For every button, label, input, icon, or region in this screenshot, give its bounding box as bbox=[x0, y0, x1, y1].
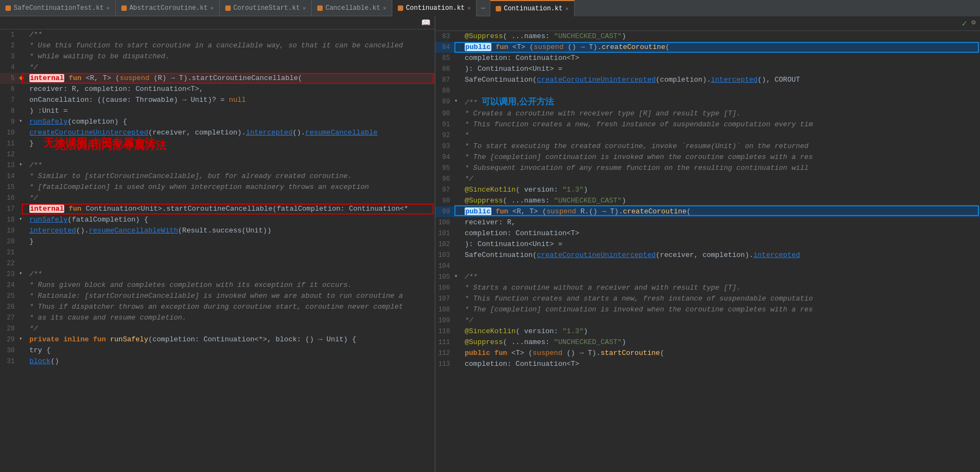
line-gutter bbox=[19, 225, 27, 236]
line-gutter: ▾ bbox=[19, 117, 27, 127]
line-number: 22 bbox=[0, 258, 19, 269]
line-gutter bbox=[454, 130, 463, 141]
line-gutter: ▾ bbox=[19, 160, 27, 171]
line-gutter bbox=[454, 217, 463, 228]
line-number: 13 bbox=[0, 160, 19, 171]
line-number: 29 bbox=[0, 334, 19, 345]
line-number: 3 bbox=[0, 51, 19, 62]
line-number: 18 bbox=[0, 214, 19, 225]
line-number: 85 bbox=[435, 53, 454, 64]
fold-icon[interactable]: ▾ bbox=[454, 98, 458, 104]
right-editor-pane: ✓ ⚙ 83 @Suppress( ...names: "UNCHECKED_C… bbox=[435, 16, 980, 472]
line-content: * while waiting to be dispatched. bbox=[27, 51, 435, 62]
line-row: 106 * Starts a coroutine without a recei… bbox=[435, 283, 980, 293]
close-icon[interactable]: ✕ bbox=[383, 5, 386, 11]
line-content: * as its cause and resume completion. bbox=[27, 312, 435, 323]
line-gutter bbox=[19, 247, 27, 258]
fold-icon[interactable]: ▾ bbox=[19, 162, 22, 168]
line-row: 97 @SinceKotlin( version: "1.3") bbox=[435, 185, 980, 195]
keyword-public: public bbox=[465, 43, 491, 51]
right-code-area[interactable]: 83 @Suppress( ...names: "UNCHECKED_CAST"… bbox=[435, 31, 980, 472]
line-row: 96 */ bbox=[435, 174, 980, 185]
tab-bar: SafeContinuationTest.kt ✕ AbstractCorout… bbox=[0, 0, 980, 16]
line-gutter bbox=[454, 75, 463, 85]
kt-icon bbox=[317, 5, 323, 11]
fold-icon[interactable]: ▾ bbox=[19, 336, 22, 342]
fold-icon[interactable]: ▾ bbox=[19, 271, 22, 277]
line-row: 2 * Use this function to start coroutine… bbox=[0, 40, 435, 51]
tab-coroutinestart[interactable]: CoroutineStart.kt ✕ bbox=[220, 0, 312, 16]
line-row: 104 bbox=[435, 261, 980, 272]
tab-overflow-menu[interactable]: ⋯ bbox=[477, 4, 490, 13]
line-row: 92 * bbox=[435, 130, 980, 141]
line-content bbox=[463, 261, 980, 272]
line-content: completion: Continuation<T> bbox=[463, 359, 980, 370]
close-icon[interactable]: ✕ bbox=[303, 5, 306, 11]
line-row: 85 completion: Continuation<T> bbox=[435, 53, 980, 64]
line-number: 112 bbox=[435, 348, 454, 359]
line-content: * [fatalCompletion] is used only when in… bbox=[27, 182, 435, 193]
close-icon[interactable]: ✕ bbox=[467, 5, 471, 11]
line-number: 2 bbox=[0, 40, 19, 51]
tab-continuation-right[interactable]: Continuation.kt ✕ bbox=[490, 0, 575, 16]
kt-icon bbox=[496, 6, 501, 11]
book-icon[interactable]: 📖 bbox=[421, 18, 430, 27]
line-content: /** bbox=[27, 29, 435, 40]
fold-icon[interactable]: ▾ bbox=[19, 216, 22, 222]
line-number: 5 bbox=[0, 73, 19, 84]
close-icon[interactable]: ✕ bbox=[565, 5, 569, 12]
line-gutter bbox=[454, 64, 463, 75]
tab-cancellable[interactable]: Cancellable.kt ✕ bbox=[312, 0, 392, 16]
close-icon[interactable]: ✕ bbox=[211, 5, 214, 11]
line-gutter bbox=[19, 291, 27, 302]
line-number: 88 bbox=[435, 85, 454, 96]
line-gutter bbox=[19, 312, 27, 323]
line-gutter bbox=[19, 204, 27, 214]
line-row: 1 /** bbox=[0, 29, 435, 40]
line-row: 107 * This function creates and starts a… bbox=[435, 293, 980, 304]
line-number: 86 bbox=[435, 64, 454, 75]
tab-label: Cancellable.kt bbox=[325, 4, 380, 12]
fold-icon[interactable]: ▾ bbox=[454, 273, 458, 279]
line-number: 14 bbox=[0, 171, 19, 182]
line-content: * bbox=[463, 130, 980, 141]
tab-abstractcoroutine[interactable]: AbstractCoroutine.kt ✕ bbox=[116, 0, 220, 16]
kt-icon bbox=[5, 5, 11, 11]
line-content: completion: Continuation<T> bbox=[463, 228, 980, 239]
line-content: @Suppress( ...names: "UNCHECKED_CAST") bbox=[463, 337, 980, 348]
line-number: 98 bbox=[435, 195, 454, 206]
line-gutter bbox=[454, 315, 463, 326]
line-content: onCancellation: ((cause: Throwable) → Un… bbox=[27, 95, 435, 106]
line-row: 83 @Suppress( ...names: "UNCHECKED_CAST"… bbox=[435, 31, 980, 42]
line-content: completion: Continuation<T> bbox=[463, 53, 980, 64]
left-editor-pane: 📖 1 /** 2 * Use this function to start c… bbox=[0, 16, 435, 472]
line-row: 27 * as its cause and resume completion. bbox=[0, 312, 435, 323]
line-gutter bbox=[454, 141, 463, 152]
line-number: 17 bbox=[0, 204, 19, 214]
line-number: 89 bbox=[435, 96, 454, 108]
line-row: 13 ▾ /** bbox=[0, 160, 435, 171]
line-gutter: ▾ bbox=[19, 334, 27, 345]
line-content: try { bbox=[27, 345, 435, 356]
line-row: 29 ▾ private inline fun runSafely(comple… bbox=[0, 334, 435, 345]
tab-label: AbstractCoroutine.kt bbox=[130, 4, 208, 12]
tab-safecontinuation[interactable]: SafeContinuationTest.kt ✕ bbox=[0, 0, 116, 16]
close-icon[interactable]: ✕ bbox=[107, 5, 110, 11]
left-code-area[interactable]: 1 /** 2 * Use this function to start cor… bbox=[0, 29, 435, 472]
right-toolbar: ✓ ⚙ bbox=[435, 16, 980, 31]
line-content: * Use this function to start coroutine i… bbox=[27, 40, 435, 51]
fold-icon[interactable]: ▾ bbox=[19, 118, 22, 124]
line-content bbox=[463, 85, 980, 96]
settings-icon[interactable]: ⚙ bbox=[971, 18, 976, 29]
line-row: 22 bbox=[0, 258, 435, 269]
kt-icon bbox=[398, 5, 403, 11]
line-row: 99 public fun <R, T> (suspend R.() → T).… bbox=[435, 206, 980, 217]
line-row: 86 ): Continuation<Unit> = bbox=[435, 64, 980, 75]
no-call-label: 无法调用,内部专属方法 bbox=[54, 138, 167, 153]
line-gutter bbox=[19, 40, 27, 51]
line-content: */ bbox=[463, 315, 980, 326]
line-gutter bbox=[454, 206, 463, 217]
keyword-public: public bbox=[465, 207, 491, 216]
line-content: @SinceKotlin( version: "1.3") bbox=[463, 326, 980, 337]
tab-continuation-left[interactable]: Continuation.kt ✕ bbox=[392, 0, 477, 16]
